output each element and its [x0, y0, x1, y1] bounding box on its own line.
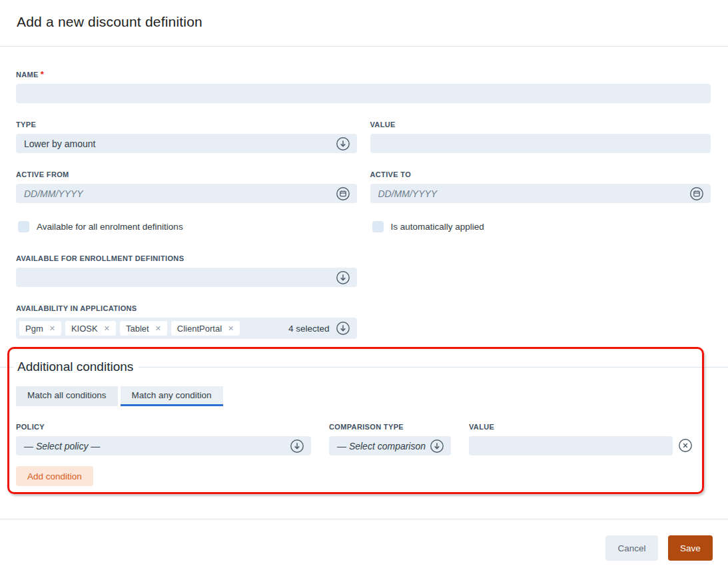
- value-field-group: VALUE: [370, 121, 711, 153]
- policy-label: POLICY: [16, 423, 45, 431]
- save-button[interactable]: Save: [668, 535, 713, 561]
- type-field-group: TYPE Lower by amount: [16, 121, 357, 153]
- active-dates-row: ACTIVE FROM ACTIVE TO: [16, 170, 711, 203]
- chevron-down-circle-icon: [290, 439, 304, 453]
- enrollment-definitions-field-group: AVAILABLE FOR ENROLLMENT DEFINITIONS: [16, 254, 357, 287]
- enrollment-definitions-row: AVAILABLE FOR ENROLLMENT DEFINITIONS: [16, 254, 711, 287]
- policy-select[interactable]: — Select policy —: [16, 436, 311, 455]
- close-icon[interactable]: ✕: [155, 325, 161, 332]
- chip-label: ClientPortal: [177, 324, 222, 334]
- close-icon[interactable]: ✕: [49, 325, 55, 332]
- available-for-all-checkbox-item: Available for all enrolment definitions: [16, 221, 357, 232]
- policy-field-group: POLICY — Select policy —: [16, 423, 311, 455]
- condition-row: POLICY — Select policy — COMPARISON TYPE…: [16, 423, 711, 455]
- applications-row: AVAILABILITY IN APPLICATIONS Pgm ✕ KIOSK…: [16, 304, 711, 339]
- name-label-row: NAME *: [16, 71, 711, 79]
- active-to-field: [370, 184, 711, 203]
- chevron-down-circle-icon: [336, 137, 350, 151]
- checkbox-row: Available for all enrolment definitions …: [16, 221, 711, 232]
- active-from-field: [16, 184, 357, 203]
- auto-applied-label: Is automatically applied: [391, 222, 484, 232]
- active-from-field-group: ACTIVE FROM: [16, 170, 357, 203]
- additional-conditions-section-header: Additional conditions: [0, 360, 728, 374]
- type-select[interactable]: Lower by amount: [16, 134, 357, 153]
- active-from-label: ACTIVE FROM: [16, 170, 69, 178]
- type-select-value: Lower by amount: [24, 139, 336, 149]
- condition-value-input[interactable]: [469, 436, 673, 455]
- chip-kiosk: KIOSK ✕: [65, 321, 116, 336]
- applications-label: AVAILABILITY IN APPLICATIONS: [16, 304, 137, 312]
- applications-multiselect[interactable]: Pgm ✕ KIOSK ✕ Tablet ✕ ClientPortal ✕: [16, 318, 357, 339]
- add-condition-button[interactable]: Add condition: [16, 466, 93, 486]
- selected-count: 4 selected: [288, 324, 330, 334]
- tab-match-any-condition[interactable]: Match any condition: [121, 386, 223, 406]
- section-title: Additional conditions: [13, 360, 139, 374]
- enrollment-definitions-select[interactable]: [16, 268, 357, 287]
- active-to-input[interactable]: [378, 188, 690, 199]
- auto-applied-checkbox[interactable]: [372, 221, 384, 232]
- chip-label: KIOSK: [71, 324, 98, 334]
- policy-select-placeholder: — Select policy —: [24, 441, 290, 451]
- chip-label: Pgm: [25, 324, 43, 334]
- discount-form: NAME * TYPE Lower by amount VALUE ACTIVE…: [0, 71, 728, 486]
- name-input[interactable]: [16, 84, 711, 103]
- tab-match-all-conditions[interactable]: Match all conditions: [16, 386, 118, 406]
- active-from-input[interactable]: [24, 188, 336, 199]
- close-icon[interactable]: ✕: [104, 325, 110, 332]
- auto-applied-checkbox-item: Is automatically applied: [370, 221, 711, 232]
- active-to-label: ACTIVE TO: [370, 170, 412, 178]
- available-for-all-checkbox[interactable]: [18, 221, 29, 232]
- chip-pgm: Pgm ✕: [19, 321, 61, 336]
- condition-value-field-group: VALUE: [469, 423, 673, 455]
- comparison-type-field-group: COMPARISON TYPE — Select comparison: [329, 423, 451, 455]
- calendar-icon[interactable]: [689, 186, 704, 201]
- cancel-button[interactable]: Cancel: [605, 535, 658, 561]
- close-icon[interactable]: ✕: [228, 325, 234, 332]
- active-to-field-group: ACTIVE TO: [370, 170, 711, 203]
- name-label: NAME: [16, 71, 39, 79]
- applications-field-group: AVAILABILITY IN APPLICATIONS Pgm ✕ KIOSK…: [16, 304, 357, 339]
- available-for-all-label: Available for all enrolment definitions: [37, 222, 183, 232]
- chevron-down-circle-icon: [336, 321, 350, 336]
- chip-tablet: Tablet ✕: [120, 321, 167, 336]
- type-label: TYPE: [16, 121, 36, 129]
- calendar-icon[interactable]: [336, 186, 350, 201]
- chevron-down-circle-icon: [430, 439, 444, 453]
- applications-chips: Pgm ✕ KIOSK ✕ Tablet ✕ ClientPortal ✕: [19, 321, 288, 336]
- name-field-group: NAME *: [16, 71, 711, 103]
- chip-clientportal: ClientPortal ✕: [171, 321, 240, 336]
- footer-actions: Cancel Save: [0, 519, 728, 561]
- condition-value-label: VALUE: [469, 423, 494, 431]
- value-input[interactable]: [370, 134, 711, 153]
- type-value-row: TYPE Lower by amount VALUE: [16, 121, 711, 153]
- match-mode-tabs: Match all conditions Match any condition: [16, 386, 711, 406]
- comparison-type-label: COMPARISON TYPE: [329, 423, 404, 431]
- comparison-select-placeholder: — Select comparison: [337, 441, 430, 451]
- page-header: Add a new discount definition: [0, 0, 728, 47]
- page-title: Add a new discount definition: [17, 14, 712, 30]
- chip-label: Tablet: [126, 324, 149, 334]
- chevron-down-circle-icon: [336, 270, 350, 285]
- comparison-type-select[interactable]: — Select comparison: [329, 436, 451, 455]
- enrollment-definitions-label: AVAILABLE FOR ENROLLMENT DEFINITIONS: [16, 254, 184, 262]
- remove-condition-button[interactable]: [678, 438, 693, 453]
- required-asterisk: *: [41, 71, 44, 78]
- value-label: VALUE: [370, 121, 396, 129]
